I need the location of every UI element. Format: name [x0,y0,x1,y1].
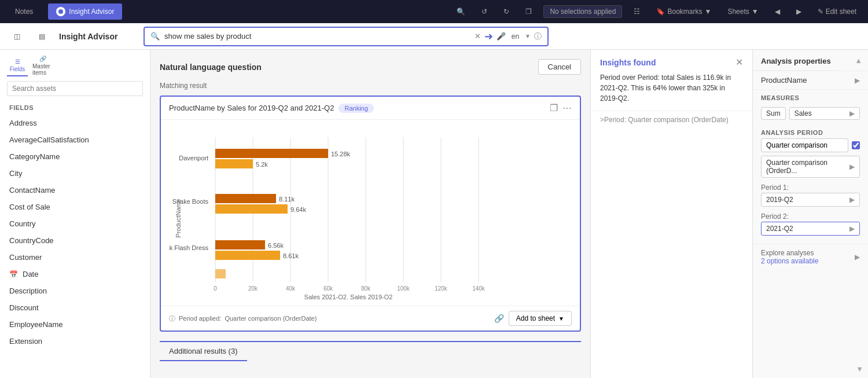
insights-found-title: Insights found [600,58,656,67]
search-bar[interactable]: 🔍 ✕ ➜ 🎤 en ▼ ⓘ [144,27,549,46]
insights-panel: Insights found ✕ Period over Period: tot… [590,50,752,378]
sidebar-item-city[interactable]: City [0,165,150,182]
svg-text:100k: 100k [397,285,410,292]
date-label: Date [23,270,38,278]
submit-search-icon[interactable]: ➜ [484,30,493,43]
toggle-sidebar-btn[interactable]: ◫ [9,30,25,43]
sidebar-item-countrycode[interactable]: CountryCode [0,232,150,249]
no-selections-badge: No selections applied [543,5,622,18]
undo-btn[interactable]: ↺ [477,5,492,18]
sidebar-item-employeename[interactable]: EmployeeName [0,316,150,333]
jjfd-bar-2021 [215,240,265,249]
sidebar-item-customer[interactable]: Customer [0,249,150,266]
employeename-label: EmployeeName [9,320,63,329]
link-chart-btn[interactable]: 🔗 [494,314,504,323]
sidebar-item-categoryname[interactable]: CategoryName [0,148,150,165]
sidebar-item-discount[interactable]: Discount [0,299,150,316]
grid-icon: ☷ [634,8,640,16]
svg-text:Jumpin Jack Flash Dress: Jumpin Jack Flash Dress [169,244,208,251]
chart-menu-btn[interactable]: ⋯ [562,102,572,113]
insight-advisor-label: Insight Advisor [69,8,114,16]
period1-value: 2019-Q2 [766,196,793,204]
expand-chart-btn[interactable]: ❐ [550,102,558,113]
svg-text:6.56k: 6.56k [268,242,284,249]
lang-chevron-icon: ▼ [525,33,531,39]
scroll-down-icon[interactable]: ▼ [856,365,863,373]
sidebar-item-address[interactable]: Address [0,115,150,131]
nlq-header: Natural language question Cancel [160,59,581,75]
period2-chevron-icon: ▶ [849,225,855,233]
sidebar-item-contactname[interactable]: ContactName [0,182,150,199]
notes-tab[interactable]: Notes [7,4,41,19]
prev-sheet-btn[interactable]: ◀ [770,5,785,18]
period2-value-row[interactable]: 2021-Q2 ▶ [761,222,860,236]
bookmark-icon: 🔖 [656,8,665,16]
lang-selector[interactable]: en [509,31,521,42]
search-icon: 🔍 [150,32,160,41]
magnify-btn[interactable]: 🔍 [452,5,470,18]
measure-sales[interactable]: Sales ▶ [789,107,860,120]
sidebar-item-averagecallsatisfaction[interactable]: AverageCallSatisfaction [0,131,150,148]
additional-results-tab[interactable]: Additional results (3) [160,342,247,361]
period2-value: 2021-Q2 [766,225,793,233]
info-circle-icon: ⓘ [169,314,175,323]
mic-icon[interactable]: 🎤 [496,32,506,41]
sidebar-item-country[interactable]: Country [0,215,150,232]
insights-period[interactable]: >Period: Quarter comparison (OrderDate) [591,111,752,129]
insight-advisor-tab[interactable]: Insight Advisor [48,3,122,20]
svg-text:ProductName: ProductName [175,199,182,237]
matching-result-label: Matching result [160,82,581,90]
grid-view-btn[interactable]: ☷ [629,5,645,18]
svg-text:5.2k: 5.2k [256,161,268,168]
fields-tab[interactable]: ☰ Fields [7,56,28,76]
edit-sheet-btn[interactable]: ✎ Edit sheet [813,5,861,18]
quarter-comparison-detail[interactable]: Quarter comparison (OrderD... ▶ [761,156,860,178]
info-icon[interactable]: ⓘ [534,31,542,42]
svg-text:60k: 60k [323,285,333,292]
sidebar-item-description[interactable]: Description [0,282,150,299]
period1-value-row[interactable]: 2019-Q2 ▶ [761,193,860,207]
contactname-label: ContactName [9,186,55,194]
quarter-comparison-checkbox[interactable] [852,141,860,149]
quarter-comparison-select[interactable]: Quarter comparison [761,138,848,152]
snakeboots-bar-2021 [215,194,276,203]
add-sheet-dropdown-icon: ▼ [558,315,564,322]
master-items-tab[interactable]: 🔗 Master items [32,56,53,76]
edit-icon: ✎ [818,8,823,16]
sidebar-item-extension[interactable]: Extension [0,333,150,350]
sidebar-item-date[interactable]: 📅 Date [0,266,150,282]
measure-sum[interactable]: Sum [761,107,786,120]
scroll-up-icon[interactable]: ▲ [855,56,868,65]
fields-icon: ☰ [15,58,20,65]
analysis-field-row[interactable]: ProductName ▶ [753,71,868,90]
sidebar-item-costofsale[interactable]: Cost of Sale [0,199,150,215]
bookmarks-chevron-icon: ▼ [704,8,711,16]
period-applied-label: Period applied: [179,315,221,322]
insights-close-button[interactable]: ✕ [735,57,743,68]
clear-search-icon[interactable]: ✕ [475,32,481,41]
sidebar-list: Address AverageCallSatisfaction Category… [0,115,150,378]
period1-chevron-icon: ▶ [849,196,855,204]
cancel-button[interactable]: Cancel [538,59,581,75]
sheets-btn[interactable]: Sheets ▼ [723,5,763,18]
explore-chevron-icon[interactable]: ▶ [855,253,860,261]
svg-text:Sales 2021-Q2, Sales 2019-Q2: Sales 2021-Q2, Sales 2019-Q2 [304,293,393,299]
explore-row: Explore analyses 2 options available ▶ [761,249,860,265]
add-to-sheet-button[interactable]: Add to sheet ▼ [509,311,572,326]
analysis-field-label: ProductName [761,76,807,85]
insights-content: Period over Period: total Sales is 116.9… [591,72,752,111]
redo-btn[interactable]: ↻ [499,5,514,18]
jjfd-bar-2019 [215,251,280,260]
insight-icon [56,7,65,16]
explore-link[interactable]: 2 options available [761,257,818,265]
view-toggle-icon: ▤ [39,32,45,41]
bookmarks-btn[interactable]: 🔖 Bookmarks ▼ [652,5,716,18]
next-sheet-btn[interactable]: ▶ [792,5,806,18]
davenport-bar-2021 [215,149,328,158]
sidebar-search-input[interactable] [7,81,143,96]
center-panel: Natural language question Cancel Matchin… [150,50,590,378]
second-bar: ◫ ▤ Insight Advisor 🔍 ✕ ➜ 🎤 en ▼ ⓘ [0,23,868,50]
search-input[interactable] [164,32,470,41]
smartchart-btn[interactable]: ❐ [521,5,536,18]
toggle-view-btn[interactable]: ▤ [34,30,50,43]
